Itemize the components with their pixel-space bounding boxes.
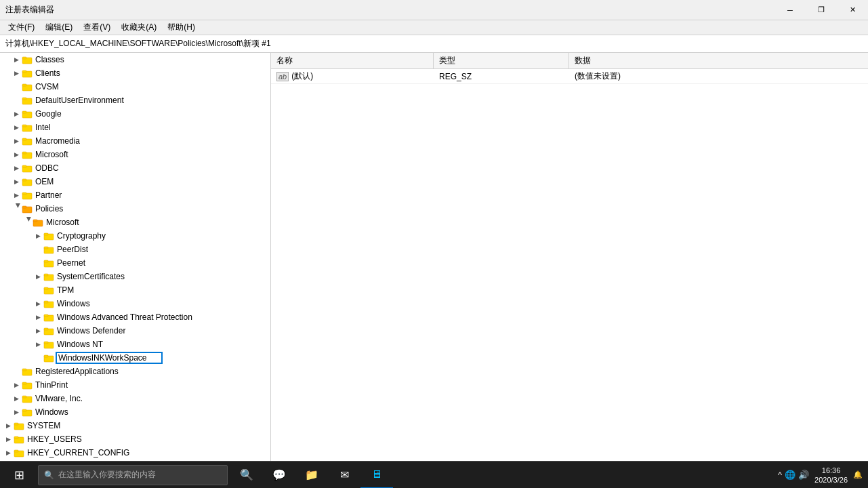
taskbar-clock[interactable]: 16:36 2020/3/26: [814, 466, 848, 485]
taskbar-mail[interactable]: ✉: [328, 462, 360, 489]
label-oem: OEM: [34, 177, 54, 186]
title-bar: 注册表编辑器 ─ ❐ ✕: [0, 0, 868, 20]
svg-rect-13: [22, 138, 26, 140]
taskbar-cortana[interactable]: 💬: [263, 462, 295, 489]
tree-node-system[interactable]: ▶ SYSTEM: [0, 419, 270, 432]
folder-icon-google: [22, 108, 33, 119]
address-bar: 计算机\HKEY_LOCAL_MACHINE\SOFTWARE\Policies…: [0, 35, 868, 53]
taskbar-search[interactable]: 🔍 在这里输入你要搜索的内容: [38, 465, 228, 485]
tree-node-clients[interactable]: ▶ Clients: [0, 66, 270, 80]
tree-node-vmware[interactable]: ▶ VMware, Inc.: [0, 392, 270, 405]
notification-icon[interactable]: 🔔: [853, 470, 863, 479]
menu-favorites[interactable]: 收藏夹(A): [116, 20, 162, 35]
address-text: 计算机\HKEY_LOCAL_MACHINE\SOFTWARE\Policies…: [5, 38, 271, 49]
taskbar-regedit[interactable]: 🖥: [360, 462, 393, 489]
tree-node-policies[interactable]: ▶ Policies: [0, 202, 270, 216]
tree-node-peernet[interactable]: ▶ Peernet: [0, 256, 270, 270]
expander-hkey-users: ▶: [3, 434, 14, 445]
folder-icon-windows-nt: [43, 339, 54, 350]
tree-node-intel[interactable]: ▶ Intel: [0, 121, 270, 134]
svg-rect-1: [22, 57, 26, 59]
label-thinprint: ThinPrint: [34, 380, 68, 390]
system-tray: ^ 🌐 🔊: [778, 470, 809, 480]
tree-node-windows-nt[interactable]: ▶ Windows NT: [0, 338, 270, 351]
registry-row-default[interactable]: ab (默认) REG_SZ (数值未设置): [271, 69, 868, 84]
tree-node-hkey-current-config[interactable]: ▶ HKEY_CURRENT_CONFIG: [0, 446, 270, 460]
menu-help[interactable]: 帮助(H): [162, 20, 201, 35]
svg-rect-31: [44, 260, 48, 262]
tree-node-tpm[interactable]: ▶ TPM: [0, 283, 270, 297]
mail-icon: ✉: [340, 468, 349, 481]
svg-rect-35: [44, 287, 48, 289]
svg-rect-51: [22, 396, 26, 398]
taskbar-fileexplorer[interactable]: 📁: [295, 462, 328, 489]
tree-node-windows-root[interactable]: ▶ Windows: [0, 405, 270, 419]
tree-node-classes[interactable]: ▶ Classes: [0, 53, 270, 66]
label-google: Google: [34, 109, 62, 119]
search-icon: 🔍: [44, 470, 54, 480]
folder-icon-policies-microsoft: [33, 217, 43, 228]
right-header: 名称 类型 数据: [271, 53, 868, 69]
tree-scroll[interactable]: ▶ Classes ▶ Clients ▶ CVSM: [0, 53, 270, 461]
regedit-icon: 🖥: [371, 468, 382, 481]
tree-node-macromedia[interactable]: ▶ Macromedia: [0, 134, 270, 148]
folder-icon-windowsinkworkspace: [43, 352, 54, 363]
svg-rect-55: [14, 423, 18, 425]
tray-arrow-icon[interactable]: ^: [778, 470, 782, 480]
label-hkey-current-config: HKEY_CURRENT_CONFIG: [26, 448, 129, 458]
label-registeredapplications: RegisteredApplications: [34, 367, 119, 376]
expander-windows-policies: ▶: [33, 298, 43, 309]
tree-node-cryptography[interactable]: ▶ Cryptography: [0, 229, 270, 243]
svg-rect-27: [44, 233, 48, 235]
tree-node-partner[interactable]: ▶ Partner: [0, 188, 270, 202]
expander-macromedia: ▶: [11, 136, 22, 146]
label-defaultuserenvironment: DefaultUserEnvironment: [34, 96, 124, 105]
close-button[interactable]: ✕: [837, 0, 868, 20]
cell-type-default: REG_SZ: [434, 72, 569, 81]
folder-icon-microsoft: [22, 149, 33, 160]
tree-node-odbc[interactable]: ▶ ODBC: [0, 161, 270, 175]
tree-node-registeredapplications[interactable]: ▶ RegisteredApplications: [0, 365, 270, 378]
tree-node-hkey-users[interactable]: ▶ HKEY_USERS: [0, 432, 270, 446]
menu-file[interactable]: 文件(F): [3, 20, 40, 35]
tree-node-systemcertificates[interactable]: ▶ SystemCertificates: [0, 270, 270, 283]
svg-rect-37: [44, 301, 48, 303]
tree-node-cvsm[interactable]: ▶ CVSM: [0, 80, 270, 94]
main-content: ▶ Classes ▶ Clients ▶ CVSM: [0, 53, 868, 461]
expander-oem: ▶: [11, 176, 22, 187]
folder-icon-cryptography: [43, 230, 54, 241]
expander-microsoft: ▶: [11, 149, 22, 160]
start-button[interactable]: ⊞: [3, 462, 35, 489]
tree-node-windows-policies[interactable]: ▶ Windows: [0, 297, 270, 310]
rename-input[interactable]: [56, 352, 163, 364]
expander-cryptography: ▶: [33, 230, 43, 241]
svg-rect-3: [22, 70, 26, 73]
label-policies: Policies: [34, 204, 63, 214]
svg-rect-49: [22, 382, 26, 384]
app-title: 注册表编辑器: [5, 4, 54, 16]
menu-view[interactable]: 查看(V): [78, 20, 116, 35]
tree-node-windows-atp[interactable]: ▶ Windows Advanced Threat Protection: [0, 310, 270, 324]
tree-node-oem[interactable]: ▶ OEM: [0, 175, 270, 188]
network-icon[interactable]: 🌐: [785, 470, 795, 480]
tree-node-thinprint[interactable]: ▶ ThinPrint: [0, 378, 270, 392]
folder-icon-clients: [22, 68, 33, 79]
cell-data-default: (数值未设置): [569, 70, 868, 82]
tree-node-microsoft[interactable]: ▶ Microsoft: [0, 148, 270, 161]
folder-icon-windows-atp: [43, 312, 54, 323]
tree-node-policies-microsoft[interactable]: ▶ Microsoft: [0, 216, 270, 229]
svg-rect-45: [44, 355, 48, 357]
minimize-button[interactable]: ─: [774, 0, 806, 20]
restore-button[interactable]: ❐: [806, 0, 837, 20]
tree-node-defaultuserenvironment[interactable]: ▶ DefaultUserEnvironment: [0, 94, 270, 107]
expander-thinprint: ▶: [11, 380, 22, 390]
svg-rect-47: [22, 369, 26, 371]
volume-icon[interactable]: 🔊: [798, 470, 809, 480]
tree-node-windowsinkworkspace[interactable]: ▶: [0, 351, 270, 365]
tree-node-google[interactable]: ▶ Google: [0, 107, 270, 121]
taskbar-search-app[interactable]: 🔍: [230, 462, 263, 489]
menu-edit[interactable]: 编辑(E): [40, 20, 78, 35]
search-placeholder: 在这里输入你要搜索的内容: [58, 469, 156, 481]
tree-node-peerdist[interactable]: ▶ PeerDist: [0, 243, 270, 256]
tree-node-windows-defender[interactable]: ▶ Windows Defender: [0, 324, 270, 338]
